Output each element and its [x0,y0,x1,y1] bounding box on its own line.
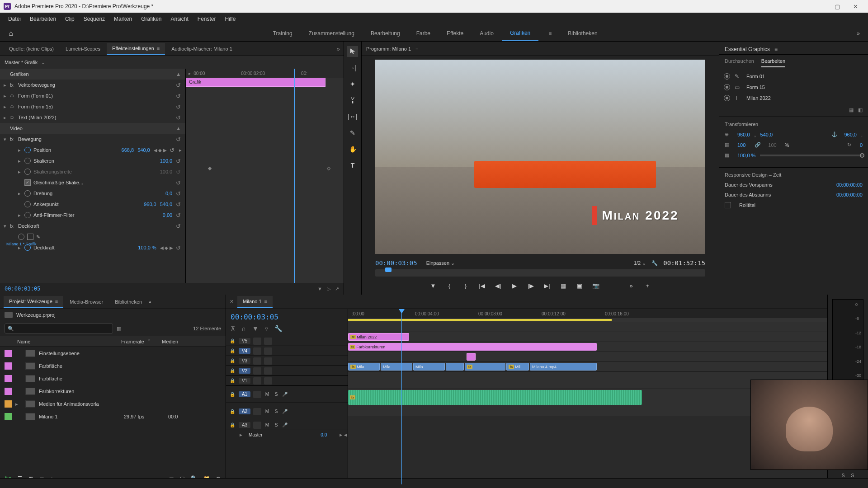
eg-scale[interactable]: ▦100🔗100%↻0 [725,142,863,148]
razor-tool[interactable] [347,95,358,106]
prog-timecode[interactable]: 00:00:03:05 [375,259,417,267]
eg-layer-text[interactable]: TMilan 2022 [724,93,863,103]
ec-playhead[interactable] [294,69,295,283]
ws-overflow-icon[interactable]: » [849,27,868,40]
menu-ansicht[interactable]: Ansicht [166,14,193,24]
ec-graphic-clip[interactable]: Grafik [186,78,326,87]
ws-assembly[interactable]: Zusammenstellung [301,27,363,40]
loop-icon[interactable]: ↗ [335,286,339,292]
close-seq-icon[interactable]: ✕ [230,299,234,305]
hand-tool[interactable]: ✋ [347,144,358,155]
tab-lumetri[interactable]: Lumetri-Scopes [60,43,106,54]
tab-audio-mixer[interactable]: Audioclip-Mischer: Milano 1 [166,43,238,54]
type-tool[interactable]: T [347,160,358,171]
go-to-in-button[interactable]: |◀ [476,280,487,291]
pen-tool[interactable]: ✎ [347,127,358,138]
menu-fenster[interactable]: Fenster [193,14,221,24]
tab-effect-controls[interactable]: Effekteinstellungen≡ [107,43,165,55]
track-a3[interactable]: 🔒A3MS🎤 [226,420,348,430]
minimize-button[interactable]: — [810,0,828,13]
prog-fit-dropdown[interactable]: Einpassen ⌄ [426,260,455,266]
tab-sequence[interactable]: Milano 1≡ [237,296,273,308]
eg-menu-icon[interactable]: ≡ [774,46,778,52]
menu-sequenz[interactable]: Sequenz [79,14,109,24]
eg-tab-browse[interactable]: Durchsuchen [725,58,754,67]
tab-libraries[interactable]: Bibliotheken [109,296,147,307]
linked-sel-icon[interactable]: ∩ [241,325,246,332]
track-master[interactable]: ►Master0,0►◄ [226,430,348,440]
step-forward-button[interactable]: |▶ [525,280,536,291]
ws-menu-icon[interactable]: ≡ [540,27,560,40]
eg-roll[interactable]: Rolltitel [725,202,863,208]
close-button[interactable]: ✕ [846,0,864,13]
slip-tool[interactable]: |↔| [347,111,358,122]
timeline-ruler[interactable]: :00:00 00:00:04:00 00:00:08:00 00:00:12:… [348,309,827,318]
track-select-tool[interactable]: →| [347,62,358,73]
eg-intro[interactable]: Dauer des Vorspanns00:00:00:00 [725,182,863,188]
track-v2[interactable]: 🔒V2 [226,366,348,375]
eg-position[interactable]: ⊕960,0,540,0⚓960,0, [725,131,863,137]
track-a2[interactable]: 🔒A2MS🎤 [226,403,348,420]
track-a1[interactable]: 🔒A1MS🎤 [226,385,348,403]
go-to-out-button[interactable]: ▶| [542,280,552,291]
mark-in-button[interactable]: { [444,280,455,291]
selection-tool[interactable] [347,46,358,57]
eg-layer-form15[interactable]: ▭Form 15 [724,82,863,93]
track-v4[interactable]: 🔒V4 [226,346,348,356]
track-v5[interactable]: 🔒V5 [226,336,348,346]
add-button[interactable]: + [642,280,653,291]
track-v3[interactable]: 🔒V3 [226,356,348,366]
export-frame-button[interactable]: 📷 [590,280,601,291]
keyframe-diamond[interactable] [208,167,212,170]
prog-scrubber[interactable] [375,269,705,277]
menu-grafiken[interactable]: Grafiken [137,14,166,24]
eg-layer-form01[interactable]: ✎Form 01 [724,71,863,82]
ws-graphics[interactable]: Grafiken [502,26,538,41]
tl-settings-icon[interactable]: ▿ [265,325,268,332]
play-only-icon[interactable]: ▷ [327,286,330,292]
filter-icon[interactable]: ▼ [317,286,322,291]
group-layer-icon[interactable]: ◧ [858,107,863,113]
eg-opacity[interactable]: ▩100,0 % [725,152,863,158]
wrench-icon[interactable]: 🔧 [274,325,282,332]
new-layer-icon[interactable]: ▦ [849,107,854,113]
ws-audio[interactable]: Audio [472,27,502,40]
ws-effects[interactable]: Effekte [439,27,472,40]
prog-res-dropdown[interactable]: 1/2 ⌄ [634,260,646,266]
tab-media-browser[interactable]: Media-Browser [64,296,108,307]
solo-right[interactable]: S [851,473,854,478]
button-editor-icon[interactable]: » [626,280,637,291]
menu-hilfe[interactable]: Hilfe [221,14,241,24]
ec-clip[interactable]: Milano 1 * Grafik [5,56,37,295]
eg-outro[interactable]: Dauer des Abspanns00:00:00:00 [725,192,863,197]
keyframe-diamond[interactable] [327,167,330,170]
marker-icon[interactable]: ▼ [252,325,259,332]
mark-in-icon[interactable]: ▼ [428,280,439,291]
playhead[interactable] [401,309,402,484]
ws-editing[interactable]: Bearbeitung [363,27,408,40]
view-icon[interactable]: ▦ [117,326,121,332]
play-button[interactable]: ▶ [509,280,520,291]
track-v1[interactable]: 🔒V1 [226,375,348,385]
maximize-button[interactable]: ▢ [828,0,846,13]
snap-icon[interactable]: ⊼ [231,325,235,332]
ws-libraries[interactable]: Bibliotheken [560,27,605,40]
menu-marken[interactable]: Marken [109,14,137,24]
step-back-button[interactable]: ◀| [493,280,504,291]
ws-training[interactable]: Training [265,27,301,40]
lift-button[interactable]: ▦ [558,280,569,291]
tabs-overflow-icon[interactable]: » [148,299,151,305]
program-menu-icon[interactable]: ≡ [415,46,418,52]
mark-out-button[interactable]: } [460,280,471,291]
wrench-icon[interactable]: 🔧 [651,260,658,266]
tabs-overflow-icon[interactable]: » [336,45,340,52]
extract-button[interactable]: ▣ [574,280,585,291]
menu-clip[interactable]: Clip [61,14,79,24]
ripple-tool[interactable]: ✦ [347,79,358,89]
tl-timecode[interactable]: 00:00:03:05 [231,313,278,321]
ec-mini-timeline[interactable]: ▸ 00:00 00:00:02:00 00: Grafik [185,69,344,283]
eg-tab-edit[interactable]: Bearbeiten [761,58,785,67]
solo-left[interactable]: S [842,473,845,478]
ws-color[interactable]: Farbe [408,27,439,40]
program-viewer[interactable]: Milan 2022 [375,60,705,254]
